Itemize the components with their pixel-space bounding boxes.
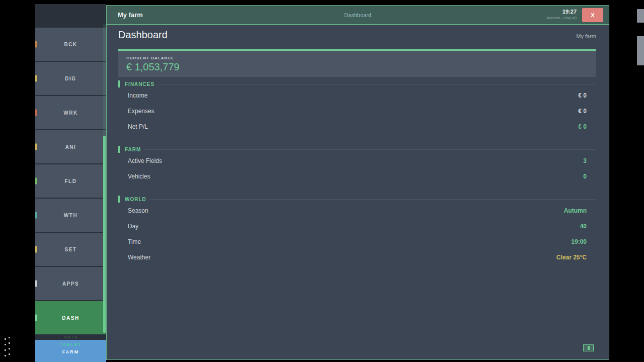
stat-row-day: Day 40 [118, 218, 596, 234]
stat-label: Day [118, 223, 138, 230]
sidebar-item-wth[interactable]: WTH [35, 199, 106, 232]
version-label: v24.2.4 [35, 334, 106, 340]
stat-row-vehicles: Vehicles 0 [118, 168, 596, 184]
sidebar-item-wrk[interactable]: WRK [35, 96, 106, 129]
balance-value: € 1,053,779 [126, 61, 588, 73]
desktop-dot [9, 337, 10, 338]
close-button[interactable]: X [582, 8, 603, 22]
titlebar-screen-title: Dashboard [107, 6, 609, 25]
section-header-world: WORLD [118, 196, 596, 203]
fld-icon-fragment [35, 178, 37, 185]
balance-card: CURRENT BALANCE € 1,053,779 [118, 51, 596, 77]
stat-value: 3 [583, 157, 596, 164]
section-rule [158, 84, 596, 84]
clock-time: 19:27 [546, 9, 577, 15]
stat-row-active-fields: Active Fields 3 [118, 153, 596, 168]
stat-label: Vehicles [118, 173, 150, 180]
game-screen: BCK DIG WRK ANI FLD WTH SET APPS [0, 0, 644, 362]
stat-value: Clear 25°C [556, 254, 596, 261]
sidebar-item-bck[interactable]: BCK [35, 28, 106, 61]
section-title: WORLD [125, 197, 146, 202]
sidebar-item-label: FLD [65, 178, 77, 184]
desktop-dot [5, 338, 6, 340]
sidebar-item-label: DASH [62, 315, 79, 321]
desktop-dot [9, 342, 10, 344]
sidebar-item-label: BCK [64, 42, 77, 47]
page-farm-label: My farm [576, 33, 596, 39]
stat-value: € 0 [578, 123, 596, 130]
stat-label: Expenses [118, 108, 154, 115]
stat-label: Net P/L [118, 123, 148, 130]
section-title: FINANCES [125, 81, 154, 87]
battery-icon [583, 344, 594, 351]
tablet-sidebar: BCK DIG WRK ANI FLD WTH SET APPS [35, 4, 106, 360]
sidebar-item-apps[interactable]: APPS [35, 267, 106, 300]
stat-value: 0 [583, 173, 596, 180]
section-accent-bar [118, 146, 120, 153]
section-header-finances: FINANCES [118, 80, 596, 87]
wrk-icon-fragment [35, 110, 37, 116]
sidebar-item-label: SET [65, 247, 77, 252]
section-title: FARM [125, 147, 141, 152]
sidebar-item-dig[interactable]: DIG [35, 62, 106, 95]
section-rule [150, 199, 596, 200]
dig-icon-fragment [35, 75, 37, 82]
dash-icon-fragment [35, 315, 37, 321]
tablet-farm-button[interactable]: TABLET FARM [35, 340, 106, 362]
set-icon-fragment [35, 246, 37, 253]
desktop-dot [9, 353, 10, 355]
stat-row-weather: Weather Clear 25°C [118, 249, 596, 265]
stat-label: Season [118, 207, 148, 214]
stat-row-expenses: Expenses € 0 [118, 103, 596, 119]
stat-label: Income [118, 92, 147, 99]
stat-value: 40 [580, 223, 596, 230]
farm-label: FARM [35, 349, 106, 354]
sidebar-item-fld[interactable]: FLD [35, 164, 106, 198]
sidebar-scrollbar-thumb[interactable] [103, 136, 106, 333]
tablet-label: TABLET [35, 342, 106, 347]
clock: 19:27 Autumn - Day 40 [546, 9, 577, 20]
sidebar-item-label: APPS [62, 281, 79, 287]
desktop-dot [5, 349, 6, 351]
stat-value: € 0 [578, 108, 596, 115]
sidebar-item-dash[interactable]: DASH [35, 301, 106, 334]
titlebar: My farm Dashboard 19:27 Autumn - Day 40 … [107, 6, 609, 25]
desktop-dot [5, 344, 6, 345]
stat-row-time: Time 19:00 [118, 234, 596, 249]
bck-icon-fragment [35, 41, 37, 48]
desktop-dot [9, 348, 10, 349]
stat-row-income: Income € 0 [118, 87, 596, 103]
clock-date: Autumn - Day 40 [546, 16, 577, 20]
stat-label: Active Fields [118, 157, 162, 164]
ani-icon-fragment [35, 144, 37, 150]
section-accent-bar [118, 196, 120, 203]
desktop-scrollbar-scrap [637, 9, 644, 23]
section-rule [145, 149, 596, 150]
stat-row-season: Season Autumn [118, 203, 596, 218]
section-header-farm: FARM [118, 146, 596, 153]
apps-icon-fragment [35, 281, 37, 287]
sidebar-item-label: ANI [65, 144, 76, 150]
stat-label: Weather [118, 254, 150, 261]
page-title-row: Dashboard My farm [118, 29, 596, 44]
balance-label: CURRENT BALANCE [126, 56, 588, 60]
stat-value: Autumn [564, 207, 596, 214]
stat-label: Time [118, 238, 141, 245]
sidebar-item-label: WTH [64, 213, 77, 218]
battery-cell [588, 346, 590, 350]
dashboard-panel: My farm Dashboard 19:27 Autumn - Day 40 … [106, 5, 609, 360]
sidebar-item-label: DIG [65, 76, 76, 81]
sidebar-item-set[interactable]: SET [35, 233, 106, 266]
wth-icon-fragment [35, 212, 37, 219]
dashboard-content: Dashboard My farm CURRENT BALANCE € 1,05… [118, 25, 596, 265]
desktop-dot [5, 355, 6, 356]
stat-row-net-pl: Net P/L € 0 [118, 119, 596, 134]
stat-value: € 0 [578, 92, 596, 99]
sidebar-item-ani[interactable]: ANI [35, 130, 106, 163]
sidebar-item-label: WRK [63, 110, 77, 116]
page-title: Dashboard [118, 29, 168, 41]
section-accent-bar [118, 80, 120, 87]
stat-value: 19:00 [571, 238, 596, 245]
desktop-scrollbar-scrap [637, 36, 644, 65]
